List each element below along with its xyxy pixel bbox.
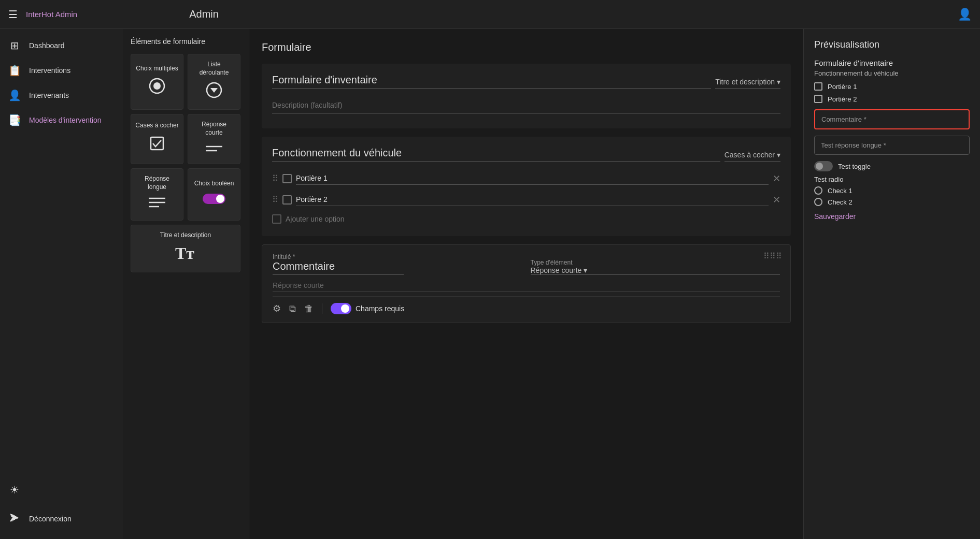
preview-save-button[interactable]: Sauvegarder — [814, 212, 970, 221]
add-option-label: Ajouter une option — [286, 215, 345, 223]
field-intitule-label: Intitulé * — [273, 253, 522, 260]
reponse-longue-label: Réponse longue — [135, 175, 179, 191]
form-field-row-portiere1: ⠿ ✕ — [272, 170, 780, 187]
form-section-fonctionnement: Cases à cocher ▾ ⠿ ✕ ⠿ ✕ — [262, 137, 791, 236]
preview-panel: Prévisualisation Formulaire d'inventaire… — [804, 29, 980, 539]
svg-point-1 — [153, 82, 161, 90]
section-type-label-f: Cases à cocher — [725, 151, 775, 159]
form-elements-panel: Éléments de formulaire Choix multiples L… — [122, 29, 249, 539]
field-type-value: Réponse courte — [531, 266, 582, 274]
add-option-button[interactable]: Ajouter une option — [272, 212, 780, 226]
sidebar-theme-toggle[interactable]: ☀ — [8, 477, 113, 502]
titre-description-label: Titre et description — [160, 231, 211, 240]
preview-checkbox-portiere1[interactable] — [814, 82, 822, 91]
modeles-icon: 📑 — [8, 114, 21, 126]
main-content: Éléments de formulaire Choix multiples L… — [122, 29, 980, 539]
section-type-chevron-f: ▾ — [777, 151, 780, 159]
sidebar-item-modeles[interactable]: 📑 Modèles d'intervention — [0, 108, 122, 133]
preview-radio-btn-1[interactable] — [814, 186, 822, 195]
preview-portiere1-label: Portière 1 — [828, 83, 857, 91]
sidebar-item-interventions[interactable]: 📋 Interventions — [0, 58, 122, 83]
svg-point-11 — [216, 195, 224, 203]
element-card-choix-multiples[interactable]: Choix multiples — [131, 54, 183, 110]
preview-checkbox-portiere2[interactable] — [814, 95, 822, 103]
form-section-header-inventaire: Titre et description ▾ — [272, 74, 780, 89]
preview-form-title: Formulaire d'inventaire — [814, 59, 970, 67]
choix-booleen-label: Choix booléen — [194, 180, 234, 188]
form-section-type-inventaire[interactable]: Titre et description ▾ — [715, 78, 780, 89]
preview-toggle-slider — [814, 161, 833, 171]
app-logo: InterHot Admin — [26, 10, 77, 19]
active-field-section: ⠿⠿⠿ Intitulé * Type d'élément Réponse co… — [262, 244, 791, 323]
remove-portiere1-icon[interactable]: ✕ — [773, 173, 780, 184]
field-type-chevron: ▾ — [584, 266, 587, 274]
cases-cocher-label: Cases à cocher — [135, 122, 178, 130]
element-card-titre-description[interactable]: Titre et description Tт — [131, 225, 240, 273]
preview-radio-label-2: Check 2 — [828, 198, 853, 206]
delete-icon[interactable]: 🗑 — [304, 303, 314, 314]
hamburger-icon[interactable]: ☰ — [8, 8, 18, 21]
preview-radio-btn-2[interactable] — [814, 198, 822, 206]
sidebar-logout[interactable]: ⮞ Déconnexion — [8, 506, 113, 531]
settings-icon[interactable]: ⚙ — [273, 303, 281, 314]
element-card-choix-booleen[interactable]: Choix booléen — [188, 168, 240, 220]
checkbox-portiere1[interactable] — [282, 174, 292, 183]
field-row-main: Intitulé * Type d'élément Réponse courte… — [273, 253, 780, 275]
field-col-name: Intitulé * — [273, 253, 522, 275]
page-title: Admin — [189, 8, 219, 20]
dashboard-icon: ⊞ — [8, 39, 21, 52]
champs-requis-switch[interactable] — [331, 303, 351, 314]
element-card-liste-deroulante[interactable]: Liste déroulante — [188, 54, 240, 110]
intervenants-icon: 👤 — [8, 89, 21, 101]
user-icon[interactable]: 👤 — [958, 8, 972, 21]
sidebar-item-dashboard[interactable]: ⊞ Dashboard — [0, 33, 122, 58]
svg-rect-4 — [151, 137, 163, 150]
long-text-icon — [148, 196, 166, 214]
interventions-icon: 📋 — [8, 64, 21, 77]
main-layout: ⊞ Dashboard 📋 Interventions 👤 Intervenan… — [0, 29, 980, 539]
field-name-input-commentaire[interactable] — [273, 260, 404, 275]
form-section-name-inventaire[interactable] — [272, 74, 711, 89]
radio-icon — [148, 77, 166, 99]
choix-multiples-label: Choix multiples — [136, 65, 178, 73]
svg-marker-3 — [210, 88, 218, 93]
preview-toggle[interactable] — [814, 161, 833, 171]
form-section-inventaire: Titre et description ▾ — [262, 64, 791, 128]
drag-handle-portiere2[interactable]: ⠿ — [272, 195, 278, 205]
sidebar-item-intervenants[interactable]: 👤 Intervenants — [0, 83, 122, 108]
champs-requis-toggle[interactable]: Champs requis — [331, 303, 404, 314]
form-field-row-portiere2: ⠿ ✕ — [272, 191, 780, 208]
preview-toggle-label: Test toggle — [838, 163, 871, 170]
short-text-icon — [205, 141, 223, 157]
checkbox-portiere2[interactable] — [282, 195, 292, 205]
preview-check-portiere2: Portière 2 — [814, 95, 970, 103]
preview-required-commentaire[interactable]: Commentaire * — [814, 109, 970, 129]
form-section-type-fonctionnement[interactable]: Cases à cocher ▾ — [725, 151, 780, 162]
field-drag-dots[interactable]: ⠿⠿⠿ — [763, 251, 782, 261]
sidebar-label-interventions: Interventions — [29, 66, 70, 75]
remove-portiere2-icon[interactable]: ✕ — [773, 194, 780, 206]
element-card-reponse-courte[interactable]: Réponse courte — [188, 114, 240, 164]
field-input-portiere2[interactable] — [296, 193, 769, 206]
champs-requis-label: Champs requis — [356, 304, 404, 313]
field-col-type: Type d'élément Réponse courte ▾ — [531, 259, 780, 275]
form-panel-title: Formulaire — [262, 41, 791, 53]
sidebar: ⊞ Dashboard 📋 Interventions 👤 Intervenan… — [0, 29, 122, 539]
liste-deroulante-label: Liste déroulante — [192, 61, 236, 77]
element-card-reponse-longue[interactable]: Réponse longue — [131, 168, 183, 220]
element-card-cases-cocher[interactable]: Cases à cocher — [131, 114, 183, 164]
section-type-chevron: ▾ — [777, 78, 780, 86]
field-type-select[interactable]: Réponse courte ▾ — [531, 266, 780, 275]
form-description-input[interactable] — [272, 97, 780, 114]
form-section-name-fonctionnement[interactable] — [272, 147, 720, 162]
form-elements-title: Éléments de formulaire — [131, 37, 240, 46]
field-input-portiere1[interactable] — [296, 172, 769, 185]
copy-icon[interactable]: ⧉ — [289, 303, 296, 314]
reponse-courte-label: Réponse courte — [192, 121, 236, 137]
preview-long-response[interactable]: Test réponse longue * — [814, 136, 970, 155]
field-type-label: Type d'élément — [531, 259, 780, 266]
drag-handle-portiere1[interactable]: ⠿ — [272, 173, 278, 183]
form-section-header-fonctionnement: Cases à cocher ▾ — [272, 147, 780, 162]
logout-icon: ⮞ — [8, 513, 21, 525]
preview-radio-title: Test radio — [814, 176, 970, 183]
